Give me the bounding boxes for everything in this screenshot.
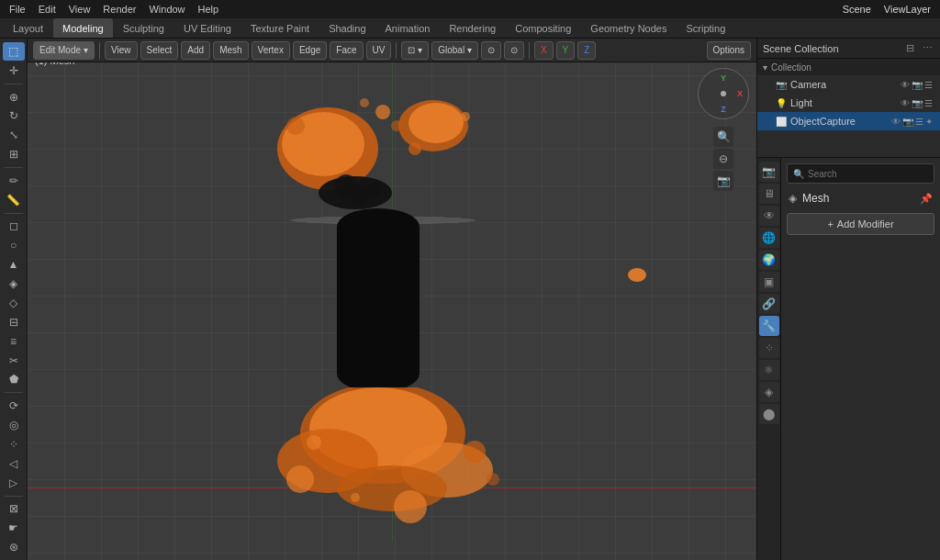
tool-smooth[interactable]: ◎ xyxy=(3,416,25,434)
tool-add-sphere[interactable]: ○ xyxy=(3,236,25,254)
tab-scripting[interactable]: Scripting xyxy=(677,18,734,38)
props-tab-object[interactable]: ▣ xyxy=(759,272,779,292)
camera-vis-render[interactable]: 📷 xyxy=(912,80,923,90)
camera-vis-eye[interactable]: 👁 xyxy=(901,80,910,90)
tool-smooth2[interactable]: ⊛ xyxy=(3,538,25,556)
tool-poly-build[interactable]: ⬟ xyxy=(3,370,25,388)
snap-btn[interactable]: ⊙ xyxy=(481,41,501,60)
menu-item-edit[interactable]: Edit xyxy=(33,3,62,16)
outliner-more-btn[interactable]: ⋯ xyxy=(920,41,934,56)
tool-randomize[interactable]: ⁘ xyxy=(3,435,25,454)
tool-scale[interactable]: ⤡ xyxy=(3,126,25,144)
tab-animation[interactable]: Animation xyxy=(376,18,440,38)
props-tab-world[interactable]: 🌍 xyxy=(759,250,779,270)
add-menu-btn[interactable]: Add xyxy=(181,41,210,60)
outliner-item-light[interactable]: 💡 Light 👁 📷 ☰ xyxy=(757,94,940,112)
tab-shading[interactable]: Shading xyxy=(319,18,375,38)
light-vis-render[interactable]: 📷 xyxy=(912,98,923,108)
camera-btn[interactable]: 📷 xyxy=(713,171,733,191)
select-menu-btn[interactable]: Select xyxy=(140,41,179,60)
zoom-in-btn[interactable]: 🔍 xyxy=(713,127,733,147)
viewport[interactable]: Edit Mode ▾ View Select Add Mesh Vertex … xyxy=(28,39,756,560)
tool-bevel[interactable]: ◇ xyxy=(3,294,25,312)
tool-grab[interactable]: ☛ xyxy=(3,519,25,537)
tool-extrude[interactable]: ▲ xyxy=(3,255,25,274)
props-tab-physics[interactable]: ⚛ xyxy=(759,360,779,380)
tool-shear[interactable]: ▷ xyxy=(3,474,25,492)
menu-item-window[interactable]: Window xyxy=(143,3,190,16)
tool-annotate[interactable]: ✏ xyxy=(3,172,25,190)
search-input[interactable] xyxy=(808,169,928,179)
y-axis-btn[interactable]: Y xyxy=(556,41,576,60)
mesh-icon: ◈ xyxy=(789,192,797,205)
props-tab-data[interactable]: ◈ xyxy=(759,382,779,402)
search-bar[interactable]: 🔍 xyxy=(787,163,934,184)
tool-rotate[interactable]: ↻ xyxy=(3,106,25,125)
light-vis-eye[interactable]: 👁 xyxy=(901,98,910,108)
tab-modeling[interactable]: Modeling xyxy=(53,18,113,38)
camera-vis-data[interactable]: ☰ xyxy=(924,80,933,90)
props-tab-constraints[interactable]: 🔗 xyxy=(759,294,779,314)
zoom-out-btn[interactable]: ⊖ xyxy=(713,149,733,169)
menu-item-render[interactable]: Render xyxy=(97,3,141,16)
tool-offset-edge[interactable]: ≡ xyxy=(3,332,25,351)
tab-layout[interactable]: Layout xyxy=(4,18,52,38)
tool-transform[interactable]: ⊞ xyxy=(3,145,25,163)
tool-loop-cut[interactable]: ⊟ xyxy=(3,313,25,331)
props-tab-scene[interactable]: 🌐 xyxy=(759,228,779,248)
x-axis-btn[interactable]: X xyxy=(534,41,554,60)
face-menu-btn[interactable]: Face xyxy=(330,41,363,60)
tool-shrink[interactable]: ⊠ xyxy=(3,499,25,518)
tab-rendering[interactable]: Rendering xyxy=(440,18,505,38)
tab-uv-editing[interactable]: UV Editing xyxy=(174,18,241,38)
props-tab-output[interactable]: 🖥 xyxy=(759,184,779,204)
outliner-item-object-capture[interactable]: ⬜ ObjectCapture 👁 📷 ☰ ✦ xyxy=(757,112,940,130)
uv-menu-btn[interactable]: UV xyxy=(366,41,392,60)
gizmo-circle[interactable]: X Y Z xyxy=(698,68,749,119)
add-modifier-btn[interactable]: + Add Modifier xyxy=(787,213,934,235)
object-vis-extra[interactable]: ✦ xyxy=(925,117,933,127)
proportional-edit[interactable]: ⊙ xyxy=(504,41,524,60)
props-tab-view[interactable]: 👁 xyxy=(759,206,779,226)
object-vis-data[interactable]: ☰ xyxy=(915,117,923,127)
vertex-menu-btn[interactable]: Vertex xyxy=(252,41,290,60)
pin-btn[interactable]: 📌 xyxy=(920,193,933,205)
tool-cursor[interactable]: ✛ xyxy=(3,62,25,80)
tab-sculpting[interactable]: Sculpting xyxy=(114,18,173,38)
nav-gizmo[interactable]: X Y Z 🔍 ⊖ 📷 xyxy=(698,68,749,191)
tool-knife[interactable]: ✂ xyxy=(3,352,25,370)
menu-item-file[interactable]: File xyxy=(4,3,31,16)
props-tab-modifier[interactable]: 🔧 xyxy=(759,316,779,336)
outliner-item-camera[interactable]: 📷 Camera 👁 📷 ☰ xyxy=(757,75,940,94)
outliner-filter-btn[interactable]: ⊟ xyxy=(902,41,917,56)
tab-geometry-nodes[interactable]: Geometry Nodes xyxy=(581,18,676,38)
transform-orient[interactable]: Global ▾ xyxy=(431,41,478,60)
tab-texture-paint[interactable]: Texture Paint xyxy=(241,18,319,38)
tool-spin[interactable]: ⟳ xyxy=(3,397,25,415)
tool-add-cube[interactable]: ◻ xyxy=(3,217,25,235)
tool-move[interactable]: ⊕ xyxy=(3,88,25,106)
tool-slide[interactable]: ◁ xyxy=(3,454,25,473)
tool-sep-3 xyxy=(5,213,23,214)
light-vis-data[interactable]: ☰ xyxy=(924,98,933,108)
collection-row[interactable]: ▾ Collection xyxy=(757,59,940,75)
plus-icon: + xyxy=(827,218,833,230)
menu-item-view[interactable]: View xyxy=(63,3,96,16)
tool-measure[interactable]: 📏 xyxy=(3,191,25,209)
object-vis-eye[interactable]: 👁 xyxy=(891,117,901,127)
object-vis-render[interactable]: 📷 xyxy=(902,117,913,127)
menu-item-help[interactable]: Help xyxy=(193,3,225,16)
tab-compositing[interactable]: Compositing xyxy=(506,18,580,38)
edge-menu-btn[interactable]: Edge xyxy=(293,41,327,60)
view-menu-btn[interactable]: View xyxy=(105,41,138,60)
mesh-menu-btn[interactable]: Mesh xyxy=(213,41,248,60)
edit-mode-selector[interactable]: Edit Mode ▾ xyxy=(33,41,95,60)
options-btn[interactable]: Options xyxy=(707,41,751,60)
z-axis-btn[interactable]: Z xyxy=(577,41,596,60)
pivot-selector[interactable]: ⊡ ▾ xyxy=(401,41,429,60)
tool-select[interactable]: ⬚ xyxy=(3,42,25,61)
props-tab-particles[interactable]: ⁘ xyxy=(759,338,779,358)
props-tab-material[interactable]: ⬤ xyxy=(759,404,779,424)
props-tab-render[interactable]: 📷 xyxy=(759,162,779,182)
tool-inset[interactable]: ◈ xyxy=(3,274,25,293)
